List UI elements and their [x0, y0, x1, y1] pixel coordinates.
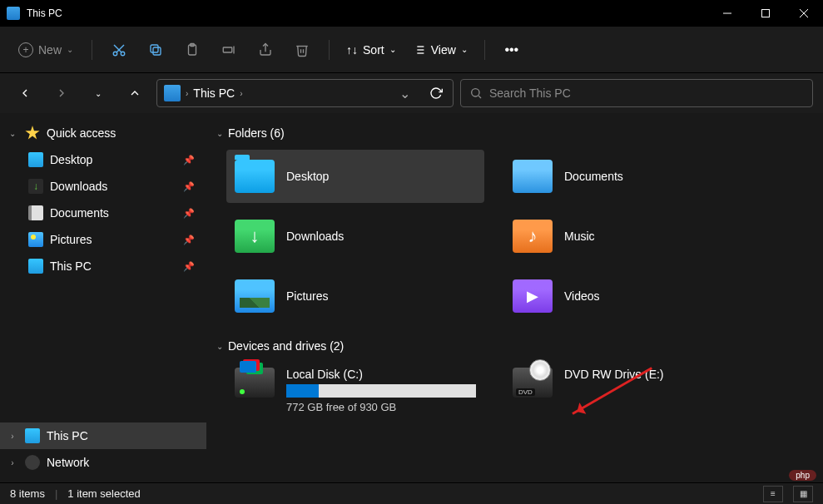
cut-button[interactable] [102, 35, 136, 65]
drive-usage-bar [286, 384, 476, 398]
videos-folder-icon [513, 279, 553, 313]
new-button[interactable]: + New ⌄ [10, 37, 82, 62]
sidebar-network[interactable]: › Network [0, 449, 206, 476]
downloads-folder-icon [235, 220, 275, 253]
svg-line-22 [478, 96, 481, 98]
more-button[interactable]: ••• [495, 35, 528, 65]
pin-icon: 📌 [183, 155, 195, 166]
refresh-button[interactable] [423, 86, 449, 100]
pin-icon: 📌 [183, 208, 195, 219]
rename-button[interactable] [212, 35, 245, 65]
drives-section-header[interactable]: ⌄ Devices and drives (2) [213, 336, 816, 356]
sidebar: ⌄ Quick access Desktop 📌 Downloads 📌 Doc… [0, 113, 206, 482]
pin-icon: 📌 [183, 261, 195, 272]
new-label: New [38, 43, 62, 57]
chevron-down-icon: ⌄ [216, 129, 223, 138]
maximize-button[interactable] [746, 0, 785, 27]
separator [92, 40, 92, 60]
sidebar-item-desktop[interactable]: Desktop 📌 [0, 146, 206, 173]
documents-folder-icon [513, 160, 553, 193]
thumbnails-view-button[interactable]: ▦ [793, 486, 813, 502]
title-bar: This PC [0, 0, 823, 27]
drive-fill [286, 384, 319, 398]
sidebar-label: This PC [50, 259, 176, 273]
copy-button[interactable] [139, 35, 172, 65]
folder-videos[interactable]: Videos [504, 269, 762, 323]
window-title: This PC [27, 7, 708, 19]
up-button[interactable] [120, 78, 150, 108]
sidebar-this-pc[interactable]: › This PC [0, 422, 206, 449]
address-bar[interactable]: › This PC › ⌄ [156, 79, 454, 107]
paste-button[interactable] [176, 35, 209, 65]
chevron-down-icon: ⌄ [7, 129, 18, 138]
recent-button[interactable]: ⌄ [83, 78, 113, 108]
separator [329, 40, 330, 60]
close-button[interactable] [785, 0, 823, 27]
status-bar: 8 items | 1 item selected ≡ ▦ [0, 482, 823, 504]
tile-label: Documents [564, 170, 623, 183]
status-items: 8 items [10, 487, 45, 500]
share-button[interactable] [249, 35, 282, 65]
toolbar: + New ⌄ ↑↓ Sort ⌄ View ⌄ ••• [0, 27, 823, 73]
downloads-icon [28, 179, 43, 194]
star-icon [25, 126, 40, 141]
address-path: › This PC › [186, 86, 386, 100]
forward-button[interactable] [47, 78, 77, 108]
tile-label: Music [564, 230, 595, 243]
folder-pictures[interactable]: Pictures [226, 269, 484, 323]
svg-rect-8 [153, 47, 161, 55]
back-button[interactable] [10, 78, 40, 108]
drive-name: DVD RW Drive (E:) [564, 368, 754, 381]
tile-label: Downloads [286, 230, 344, 243]
folders-grid: Desktop Documents Downloads Music Pictur… [213, 143, 816, 336]
status-selected: 1 item selected [67, 487, 140, 500]
chevron-right-icon: › [7, 458, 18, 467]
drive-free-text: 772 GB free of 930 GB [286, 401, 476, 413]
drive-dvd[interactable]: DVD RW Drive (E:) [504, 363, 762, 418]
chevron-down-icon: ⌄ [389, 45, 396, 54]
dvd-icon [513, 368, 553, 398]
sidebar-label: Documents [50, 206, 176, 220]
folder-downloads[interactable]: Downloads [226, 210, 484, 263]
main-content: ⌄ Folders (6) Desktop Documents Download… [206, 113, 823, 482]
delete-button[interactable] [285, 35, 319, 65]
sidebar-item-this-pc[interactable]: This PC 📌 [0, 253, 206, 279]
search-input[interactable]: Search This PC [460, 79, 813, 107]
sidebar-item-documents[interactable]: Documents 📌 [0, 200, 206, 226]
view-button[interactable]: View ⌄ [406, 38, 474, 62]
desktop-icon [28, 152, 43, 167]
sidebar-item-pictures[interactable]: Pictures 📌 [0, 226, 206, 253]
tile-label: Desktop [286, 170, 329, 183]
details-view-button[interactable]: ≡ [763, 486, 783, 502]
plus-icon: + [18, 42, 33, 57]
section-title: Folders (6) [228, 126, 285, 140]
folders-section-header[interactable]: ⌄ Folders (6) [213, 123, 816, 143]
sidebar-label: Quick access [47, 126, 200, 140]
chevron-right-icon: › [7, 432, 18, 441]
address-dropdown[interactable]: ⌄ [391, 86, 418, 101]
sidebar-quick-access[interactable]: ⌄ Quick access [0, 120, 206, 146]
view-icon [413, 43, 426, 57]
this-pc-icon [25, 428, 40, 443]
chevron-right-icon: › [240, 89, 242, 98]
tile-label: Pictures [286, 289, 329, 303]
minimize-button[interactable] [708, 0, 746, 27]
body: ⌄ Quick access Desktop 📌 Downloads 📌 Doc… [0, 113, 823, 482]
folder-desktop[interactable]: Desktop [226, 150, 484, 203]
drives-grid: Local Disk (C:) 772 GB free of 930 GB DV… [213, 356, 816, 432]
music-folder-icon [513, 220, 553, 253]
network-icon [25, 455, 40, 470]
view-label: View [431, 43, 456, 57]
desktop-folder-icon [235, 160, 275, 193]
sort-button[interactable]: ↑↓ Sort ⌄ [340, 38, 403, 62]
watermark: php [789, 470, 816, 481]
chevron-down-icon: ⌄ [67, 45, 73, 54]
sidebar-item-downloads[interactable]: Downloads 📌 [0, 173, 206, 200]
drive-local-disk[interactable]: Local Disk (C:) 772 GB free of 930 GB [226, 363, 484, 418]
folder-documents[interactable]: Documents [504, 150, 762, 203]
nav-row: ⌄ › This PC › ⌄ Search This PC [0, 73, 823, 113]
pictures-folder-icon [235, 279, 275, 313]
address-location[interactable]: This PC [193, 86, 235, 100]
folder-music[interactable]: Music [504, 210, 762, 263]
drive-info: Local Disk (C:) 772 GB free of 930 GB [286, 368, 476, 413]
